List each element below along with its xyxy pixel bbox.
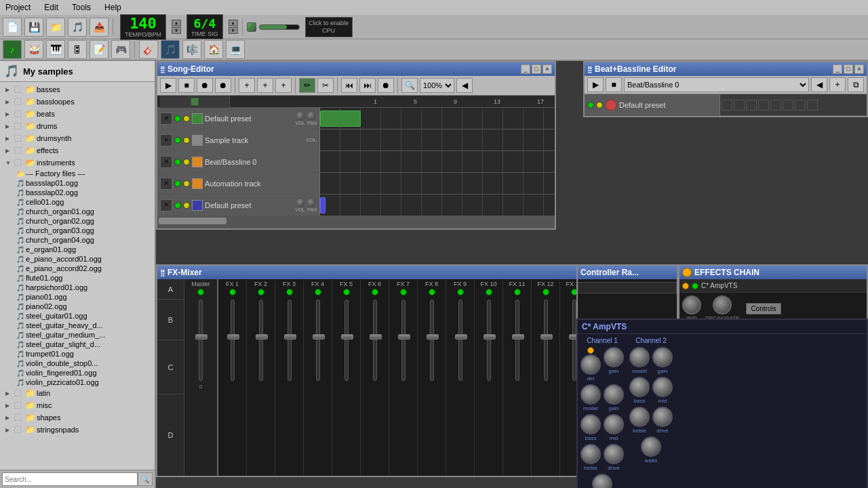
file-harpsichord01[interactable]: 🎵 harpsichord01.ogg bbox=[0, 283, 155, 292]
song-editor-maximize[interactable]: □ bbox=[532, 64, 541, 74]
fx-fader-2[interactable] bbox=[259, 300, 263, 381]
track-led-yellow-2[interactable] bbox=[183, 137, 190, 144]
menu-project[interactable]: Project bbox=[3, 1, 33, 14]
fx-fader-handle-3[interactable] bbox=[284, 334, 296, 340]
beat-editor-drag[interactable]: ⣿ bbox=[587, 66, 592, 73]
file-violin-pizzicato[interactable]: 🎵 violin_pizzicato01.ogg bbox=[0, 378, 155, 387]
zoom-select[interactable]: 100% bbox=[420, 78, 454, 93]
track-color-2[interactable] bbox=[192, 135, 203, 146]
file-eorgan01[interactable]: 🎵 e_organ01.ogg bbox=[0, 245, 155, 254]
file-church01[interactable]: 🎵 church_organ01.ogg bbox=[0, 207, 155, 216]
track-pan-knob-1[interactable] bbox=[307, 111, 316, 121]
track-mute-3[interactable]: ✕ bbox=[160, 156, 172, 168]
fx-fader-handle-11[interactable] bbox=[512, 334, 524, 340]
track-color-4[interactable] bbox=[192, 178, 203, 189]
folder-misc[interactable]: ▶ ☐ 📁 misc bbox=[0, 399, 155, 411]
timesig-down[interactable]: ▼ bbox=[229, 27, 238, 34]
fx-fader-handle-7[interactable] bbox=[398, 334, 410, 340]
fx-fader-handle-5[interactable] bbox=[341, 334, 353, 340]
track-led-green-2[interactable] bbox=[174, 137, 181, 144]
search-input[interactable] bbox=[2, 472, 138, 486]
fx-ch-led-7[interactable] bbox=[400, 289, 407, 296]
menu-tools[interactable]: Tools bbox=[69, 1, 94, 14]
del-led[interactable] bbox=[587, 347, 594, 354]
zoom-btn[interactable]: 🔍 bbox=[401, 78, 418, 93]
track-led-green-1[interactable] bbox=[174, 115, 181, 122]
effect-led2[interactable] bbox=[692, 283, 698, 289]
effect-led[interactable] bbox=[682, 283, 689, 289]
fx-fader-handle-10[interactable] bbox=[484, 334, 496, 340]
timeline-cursor[interactable] bbox=[191, 98, 199, 106]
fx-fader-handle-8[interactable] bbox=[427, 334, 439, 340]
track-vol-knob-5[interactable] bbox=[296, 198, 305, 207]
del-knob[interactable] bbox=[580, 354, 601, 375]
master-fader-handle[interactable] bbox=[195, 334, 208, 340]
song-h-scrollbar[interactable] bbox=[157, 216, 555, 228]
folder-effects[interactable]: ▶ ☐ 📁 effects bbox=[0, 144, 155, 157]
project-notes-btn[interactable]: 📝 bbox=[90, 40, 108, 59]
fx-ch-led-12[interactable] bbox=[542, 289, 549, 296]
add-bb-track-button[interactable]: + bbox=[239, 78, 255, 93]
song-editor-close[interactable]: × bbox=[542, 64, 552, 74]
mid-knob[interactable] bbox=[604, 414, 624, 434]
file-violin-double[interactable]: 🎵 violin_double_stop0... bbox=[0, 359, 155, 368]
ch2-drive-knob[interactable] bbox=[652, 407, 673, 427]
effects-chain-led[interactable] bbox=[682, 268, 692, 277]
home-btn[interactable]: 🏠 bbox=[204, 40, 223, 59]
master-ch-led[interactable] bbox=[197, 289, 204, 296]
pattern-block-1[interactable] bbox=[320, 110, 361, 127]
fx-fader-4[interactable] bbox=[316, 300, 320, 381]
track-color-1[interactable] bbox=[192, 113, 203, 124]
fx-fader-handle-4[interactable] bbox=[313, 334, 325, 340]
song-editor-drag[interactable]: ⣿ bbox=[160, 66, 165, 73]
file-cello01[interactable]: 🎵 cello01.ogg bbox=[0, 197, 155, 207]
open-button[interactable]: 💾 bbox=[24, 18, 43, 37]
beat-prev-btn[interactable]: ◀ bbox=[811, 77, 827, 92]
beat-step-8[interactable] bbox=[807, 100, 818, 110]
folder-instruments[interactable]: ▼ ☐ 📂 instruments bbox=[0, 157, 155, 169]
track-led-green-5[interactable] bbox=[174, 202, 181, 209]
track-led-yellow-4[interactable] bbox=[183, 180, 190, 187]
track-pan-knob-5[interactable] bbox=[307, 198, 316, 207]
fx-ch-led-3[interactable] bbox=[286, 289, 293, 296]
track-mute-4[interactable]: ✕ bbox=[160, 178, 172, 190]
file-factory[interactable]: 📁 --- Factory files --- bbox=[0, 169, 155, 178]
beat-stop-btn[interactable]: ■ bbox=[606, 77, 622, 92]
file-epiano01[interactable]: 🎵 e_piano_accord01.ogg bbox=[0, 254, 155, 264]
file-piano02[interactable]: 🎵 piano02.ogg bbox=[0, 302, 155, 311]
fx-fader-3[interactable] bbox=[288, 300, 292, 381]
folder-drums[interactable]: ▶ ☐ 📁 drums bbox=[0, 120, 155, 132]
file-epiano02[interactable]: 🎵 e_piano_accord02.ogg bbox=[0, 264, 155, 273]
model-knob[interactable] bbox=[580, 384, 601, 405]
file-church02[interactable]: 🎵 church_organ02.ogg bbox=[0, 216, 155, 226]
beat-editor-minimize[interactable]: _ bbox=[833, 64, 842, 74]
beat-preset-select[interactable]: Beat/Bassline 0 bbox=[624, 77, 809, 92]
beat-step-4[interactable] bbox=[758, 100, 769, 110]
tempo-display[interactable]: 140 bbox=[130, 16, 157, 31]
track-color-5[interactable] bbox=[192, 200, 203, 211]
fx-fader-handle-12[interactable] bbox=[540, 334, 553, 340]
beat-step-5[interactable] bbox=[770, 100, 781, 110]
song-record2-btn[interactable]: ⏺ bbox=[378, 78, 394, 93]
track-color-3[interactable] bbox=[192, 157, 203, 167]
fx-ch-led-11[interactable] bbox=[514, 289, 521, 296]
ch2-gain-knob[interactable] bbox=[652, 347, 673, 367]
fx-fader-6[interactable] bbox=[373, 300, 377, 381]
fx-mixer-btn[interactable]: 🎛 bbox=[68, 40, 87, 59]
fx-ch-led-2[interactable] bbox=[258, 289, 264, 296]
watts-knob[interactable] bbox=[592, 474, 612, 488]
bass-knob[interactable] bbox=[580, 414, 601, 434]
fx-fader-12[interactable] bbox=[544, 300, 548, 381]
add-automation-button[interactable]: + bbox=[275, 78, 292, 93]
ch2-model-knob[interactable] bbox=[629, 347, 650, 367]
song-editor-minimize[interactable]: _ bbox=[521, 64, 530, 74]
track-led-yellow-3[interactable] bbox=[183, 159, 190, 165]
track-vol-knob-1[interactable] bbox=[296, 111, 305, 121]
piano-roll-btn[interactable]: 🎹 bbox=[46, 40, 65, 59]
file-steel-slight[interactable]: 🎵 steel_guitar_slight_d... bbox=[0, 340, 155, 349]
fx-fader-handle-9[interactable] bbox=[455, 334, 467, 340]
folder-stringsnpads[interactable]: ▶ ☐ 📁 stringsnpads bbox=[0, 424, 155, 436]
play-button[interactable]: ▶ bbox=[160, 78, 176, 93]
file-steel-heavy[interactable]: 🎵 steel_guitar_heavy_d... bbox=[0, 321, 155, 330]
fx-ch-led-6[interactable] bbox=[372, 289, 378, 296]
